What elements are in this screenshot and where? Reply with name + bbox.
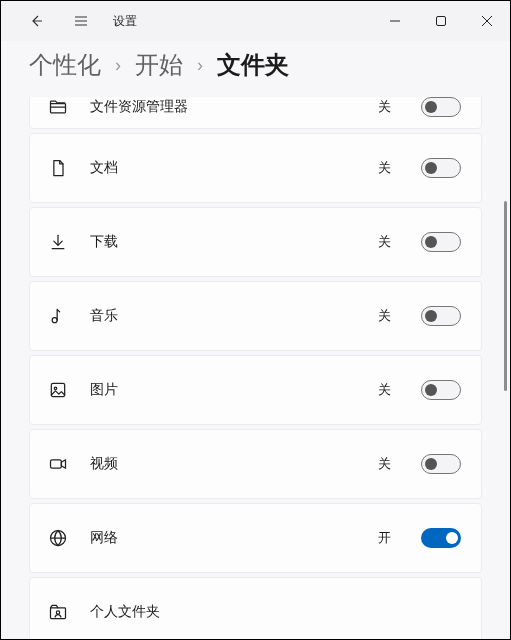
chevron-right-icon: › xyxy=(197,55,203,76)
network-icon xyxy=(46,528,70,548)
toggle-switch[interactable] xyxy=(421,232,461,252)
video-icon xyxy=(46,454,70,474)
chevron-right-icon: › xyxy=(115,55,121,76)
item-label: 个人文件夹 xyxy=(90,603,461,621)
list-item: 文档关 xyxy=(29,133,482,203)
personal-folder-icon xyxy=(46,602,70,622)
item-label: 网络 xyxy=(90,529,358,547)
toggle-state-label: 关 xyxy=(378,455,391,473)
close-button[interactable] xyxy=(464,1,510,41)
toggle-switch[interactable] xyxy=(421,158,461,178)
item-label: 文件资源管理器 xyxy=(90,98,358,116)
document-icon xyxy=(46,158,70,178)
titlebar-left: 设置 xyxy=(1,1,137,41)
list-item: 网络开 xyxy=(29,503,482,573)
svg-point-4 xyxy=(54,387,57,390)
svg-rect-7 xyxy=(51,608,66,619)
maximize-button[interactable] xyxy=(418,1,464,41)
svg-rect-5 xyxy=(51,460,62,468)
breadcrumb: 个性化 › 开始 › 文件夹 xyxy=(1,41,510,97)
list-item: 下载关 xyxy=(29,207,482,277)
titlebar: 设置 xyxy=(1,1,510,41)
toggle-switch[interactable] xyxy=(421,306,461,326)
menu-button[interactable] xyxy=(61,1,101,41)
app-title: 设置 xyxy=(113,13,137,30)
list-item: 图片关 xyxy=(29,355,482,425)
folder-list: 文件资源管理器关文档关下载关音乐关图片关视频关网络开个人文件夹 xyxy=(29,97,482,640)
list-item: 个人文件夹 xyxy=(29,577,482,640)
item-label: 图片 xyxy=(90,381,358,399)
toggle-state-label: 关 xyxy=(378,159,391,177)
toggle-state-label: 关 xyxy=(378,98,391,116)
item-label: 下载 xyxy=(90,233,358,251)
list-item: 音乐关 xyxy=(29,281,482,351)
toggle-state-label: 关 xyxy=(378,307,391,325)
content-area: 文件资源管理器关文档关下载关音乐关图片关视频关网络开个人文件夹 xyxy=(1,97,510,640)
svg-rect-1 xyxy=(51,104,66,113)
music-icon xyxy=(46,306,70,326)
svg-rect-3 xyxy=(51,383,64,396)
list-item: 文件资源管理器关 xyxy=(29,97,482,129)
download-icon xyxy=(46,232,70,252)
back-button[interactable] xyxy=(17,1,57,41)
breadcrumb-start[interactable]: 开始 xyxy=(135,49,183,81)
list-item: 视频关 xyxy=(29,429,482,499)
toggle-state-label: 开 xyxy=(378,529,391,547)
item-label: 文档 xyxy=(90,159,358,177)
scrollbar[interactable] xyxy=(504,201,507,391)
picture-icon xyxy=(46,380,70,400)
svg-point-8 xyxy=(56,611,59,614)
toggle-state-label: 关 xyxy=(378,233,391,251)
window-controls xyxy=(372,1,510,41)
breadcrumb-personalization[interactable]: 个性化 xyxy=(29,49,101,81)
svg-rect-0 xyxy=(437,17,446,26)
svg-point-2 xyxy=(52,318,57,323)
minimize-button[interactable] xyxy=(372,1,418,41)
toggle-switch[interactable] xyxy=(421,454,461,474)
toggle-switch[interactable] xyxy=(421,380,461,400)
toggle-switch[interactable] xyxy=(421,528,461,548)
item-label: 音乐 xyxy=(90,307,358,325)
item-label: 视频 xyxy=(90,455,358,473)
toggle-switch[interactable] xyxy=(421,97,461,117)
toggle-state-label: 关 xyxy=(378,381,391,399)
breadcrumb-current: 文件夹 xyxy=(217,49,289,81)
file-explorer-icon xyxy=(46,97,70,117)
